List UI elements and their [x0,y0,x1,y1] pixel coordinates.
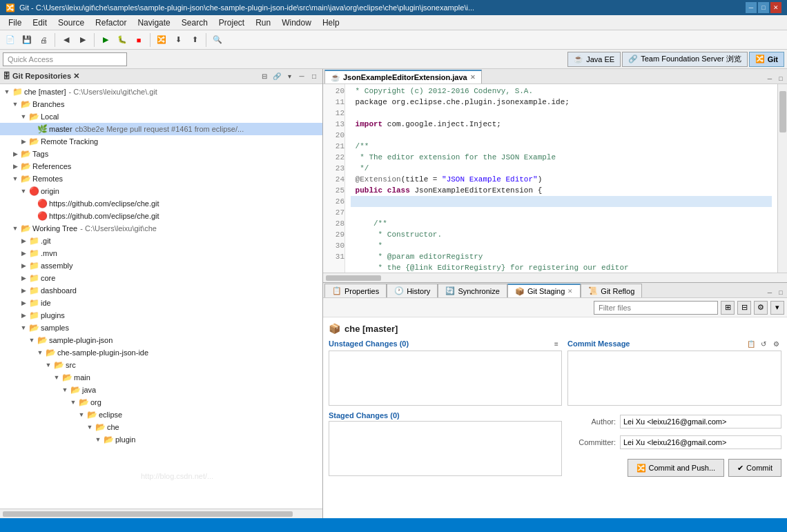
toolbar-save-btn[interactable]: 💾 [19,32,35,48]
toggle-tags[interactable]: ▶ [11,150,19,158]
editor-hscroll[interactable] [323,273,787,282]
toolbar-debug-btn[interactable]: 🐛 [115,32,130,48]
toggle-samples[interactable]: ▼ [19,324,28,332]
editor-maximize-btn[interactable]: □ [776,74,786,83]
tree-local[interactable]: ▼ 📂 Local [0,110,322,123]
filter-files-input[interactable] [594,301,718,315]
commit-button[interactable]: ✔ Commit [728,459,781,477]
toggle-che-folder[interactable]: ▼ [86,423,94,431]
left-scrollbar[interactable] [0,509,322,518]
toggle-java[interactable]: ▼ [61,386,69,394]
author-input[interactable] [620,415,781,428]
toolbar-search-btn[interactable]: 🔍 [210,32,225,48]
toggle-cspji[interactable]: ▼ [36,348,44,357]
bottom-minimize-btn[interactable]: ─ [765,288,775,297]
toggle-repo[interactable]: ▼ [3,88,11,96]
tree-origin-url1[interactable]: 🔴 https://github.com/eclipse/che.git [0,197,322,210]
toggle-main[interactable]: ▼ [52,373,61,382]
tree-ide[interactable]: ▶ 📁 ide [0,297,322,309]
tree-main[interactable]: ▼ 📂 main [0,371,322,384]
left-panel-min-btn[interactable]: ─ [296,71,307,82]
tree-master[interactable]: 🌿 master cb3be2e Merge pull request #146… [0,123,322,135]
menu-run[interactable]: Run [250,17,276,29]
menu-edit[interactable]: Edit [27,17,52,29]
tree-samples[interactable]: ▼ 📂 samples [0,322,322,334]
editor-tab-json[interactable]: ☕ JsonExampleEditorExtension.java ✕ [324,70,482,83]
toggle-remote-tracking[interactable]: ▶ [19,137,28,146]
toolbar-new-btn[interactable]: 📄 [3,32,18,48]
tree-dot-git[interactable]: ▶ 📁 .git [0,235,322,247]
toggle-spj[interactable]: ▼ [28,336,36,344]
tree-eclipse[interactable]: ▼ 📂 eclipse [0,408,322,421]
toggle-eclipse[interactable]: ▼ [77,411,86,419]
commit-msg-btn1[interactable]: 📋 [746,338,757,349]
toolbar-push-btn[interactable]: ⬆ [187,32,202,48]
tree-dashboard[interactable]: ▶ 📁 dashboard [0,284,322,297]
toolbar-stop-btn[interactable]: ■ [131,32,146,48]
menu-window[interactable]: Window [276,17,317,29]
editor-minimize-btn[interactable]: ─ [765,74,775,83]
tree-org[interactable]: ▼ 📂 org [0,396,322,408]
staged-files-list[interactable] [329,421,562,476]
tree-mvn[interactable]: ▶ 📁 .mvn [0,247,322,259]
tree-repo-root[interactable]: ▼ 📁 che [master] - C:\Users\leixu\git\ch… [0,86,322,98]
left-panel-max-btn[interactable]: □ [309,71,320,82]
toggle-origin[interactable]: ▼ [19,187,28,195]
tree-origin[interactable]: ▼ 🔴 origin [0,185,322,197]
toolbar-run-btn[interactable]: ▶ [98,32,113,48]
toggle-org[interactable]: ▼ [69,398,77,406]
menu-file[interactable]: File [3,17,27,29]
perspective-javaee[interactable]: ☕ Java EE [567,52,621,67]
bottom-maximize-btn[interactable]: □ [776,288,786,297]
collapse-all-btn[interactable]: ⊟ [259,71,270,82]
toggle-remotes[interactable]: ▼ [11,175,19,183]
commit-and-push-button[interactable]: 🔀 Commit and Push... [628,459,725,477]
tree-references[interactable]: ▶ 📂 References [0,160,322,173]
maximize-button[interactable]: □ [758,2,769,13]
tree-remotes[interactable]: ▼ 📂 Remotes [0,173,322,185]
expand-all-btn[interactable]: ⊞ [721,301,735,315]
toggle-ide[interactable]: ▶ [19,299,28,307]
toggle-branches[interactable]: ▼ [11,100,19,108]
settings-staging-btn[interactable]: ⚙ [754,301,768,315]
toggle-working-tree[interactable]: ▼ [11,224,19,233]
committer-input[interactable] [620,435,781,449]
perspective-git[interactable]: 🔀 Git [749,52,784,67]
commit-msg-btn2[interactable]: ↺ [758,338,769,349]
tree-che-folder[interactable]: ▼ 📂 che [0,421,322,433]
toggle-dashboard[interactable]: ▶ [19,286,28,295]
tree-java[interactable]: ▼ 📂 java [0,384,322,396]
tree-working-tree[interactable]: ▼ 📂 Working Tree - C:\Users\leixu\git\ch… [0,222,322,235]
minimize-button[interactable]: ─ [746,2,757,13]
tree-cspji[interactable]: ▼ 📂 che-sample-plugin-json-ide [0,346,322,359]
menu-refactor[interactable]: Refactor [90,17,132,29]
tree-remote-tracking[interactable]: ▶ 📂 Remote Tracking [0,135,322,148]
menu-project[interactable]: Project [213,17,250,29]
toggle-local[interactable]: ▼ [19,112,28,121]
tree-sample-plugin-json[interactable]: ▼ 📂 sample-plugin-json [0,334,322,346]
toggle-core[interactable]: ▶ [19,274,28,282]
unstaged-files-list[interactable] [329,351,562,406]
tree-plugin[interactable]: ▼ 📂 plugin [0,433,322,446]
commit-msg-btn3[interactable]: ⚙ [770,338,781,349]
tree-assembly[interactable]: ▶ 📁 assembly [0,259,322,272]
collapse-all-staging-btn[interactable]: ⊟ [737,301,751,315]
tree-branches[interactable]: ▼ 📂 Branches [0,98,322,110]
toolbar-pull-btn[interactable]: ⬇ [171,32,186,48]
toggle-plugin[interactable]: ▼ [94,435,102,444]
toolbar-print-btn[interactable]: 🖨 [36,32,51,48]
editor-vscroll[interactable] [777,84,787,273]
commit-message-textarea[interactable] [567,351,781,406]
left-hscroll-thumb[interactable] [3,511,293,517]
tab-git-reflog[interactable]: 📜 Git Reflog [581,284,642,297]
toggle-mvn[interactable]: ▶ [19,249,28,257]
toggle-refs[interactable]: ▶ [11,162,19,170]
tree-plugins[interactable]: ▶ 📁 plugins [0,309,322,322]
tab-git-staging[interactable]: 📦 Git Staging ✕ [507,284,581,297]
tree-tags[interactable]: ▶ 📂 Tags [0,148,322,160]
toggle-src[interactable]: ▼ [44,361,52,369]
code-view[interactable]: * Copyright (c) 2012-2016 Codenvy, S.A. … [345,84,777,273]
tree-core[interactable]: ▶ 📁 core [0,272,322,284]
toolbar-git-btn[interactable]: 🔀 [154,32,169,48]
tree-src[interactable]: ▼ 📂 src [0,359,322,371]
